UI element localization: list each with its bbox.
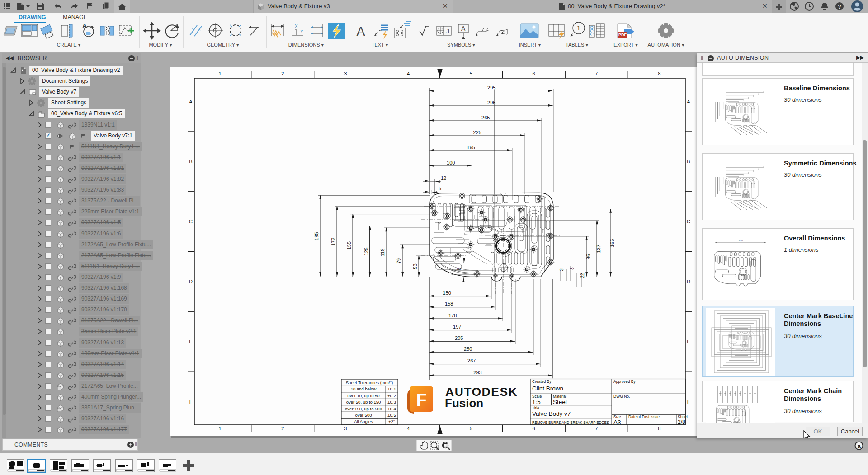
- svg-text:A3: A3: [613, 419, 621, 426]
- svg-text:DWG No.: DWG No.: [613, 394, 630, 399]
- svg-text:B: B: [189, 159, 192, 164]
- svg-text:Y: Y: [300, 29, 303, 34]
- svg-text:5: 5: [470, 71, 472, 76]
- svg-text:A: A: [461, 25, 466, 32]
- svg-text:195: 195: [467, 145, 475, 150]
- svg-text:7: 7: [595, 71, 598, 76]
- svg-text:293: 293: [473, 370, 481, 375]
- svg-text:295: 295: [487, 100, 495, 105]
- svg-text:C: C: [687, 219, 690, 224]
- svg-text:53: 53: [412, 263, 418, 269]
- svg-text:267: 267: [467, 358, 476, 363]
- svg-text:Sheet: Sheet: [678, 414, 688, 419]
- svg-text:172: 172: [330, 238, 336, 246]
- svg-text:265: 265: [481, 115, 490, 120]
- svg-text:155: 155: [346, 241, 352, 249]
- svg-text:22: 22: [580, 273, 585, 278]
- svg-text:295: 295: [487, 85, 495, 90]
- svg-text:Created By: Created By: [532, 379, 552, 384]
- svg-text:10 and below: 10 and below: [351, 386, 377, 391]
- svg-text:over 500: over 500: [355, 413, 372, 418]
- svg-text:150: 150: [443, 290, 451, 296]
- svg-text:±0.2: ±0.2: [387, 393, 396, 398]
- svg-text:5: 5: [439, 186, 441, 191]
- svg-text:1: 1: [577, 24, 580, 32]
- svg-text:12: 12: [441, 175, 446, 181]
- svg-text:±2°: ±2°: [388, 419, 395, 424]
- svg-text:2: 2: [281, 426, 284, 431]
- svg-text:a: a: [857, 442, 861, 449]
- svg-text:C: C: [189, 219, 193, 224]
- svg-text:8: 8: [570, 267, 575, 270]
- svg-text:E: E: [189, 339, 192, 344]
- svg-text:F: F: [189, 399, 193, 404]
- svg-text:7: 7: [595, 426, 598, 431]
- svg-text:8: 8: [658, 426, 660, 431]
- svg-text:All Angles: All Angles: [354, 419, 373, 424]
- svg-text:±0.5: ±0.5: [387, 413, 396, 418]
- svg-text:A: A: [687, 99, 690, 104]
- svg-text:Title: Title: [532, 406, 539, 410]
- svg-text:REMOVE BURRS AND BREAK SHARP E: REMOVE BURRS AND BREAK SHARP EDGES: [532, 420, 609, 425]
- svg-text:137: 137: [596, 245, 601, 253]
- svg-text:197: 197: [453, 324, 461, 329]
- svg-text:Steel: Steel: [553, 399, 567, 405]
- svg-text:2: 2: [281, 71, 284, 76]
- svg-text:F: F: [416, 390, 426, 409]
- svg-text:D: D: [687, 279, 690, 284]
- svg-text:8: 8: [456, 268, 462, 270]
- svg-text:96: 96: [585, 254, 591, 259]
- svg-text:250: 250: [464, 346, 472, 352]
- svg-text:A: A: [189, 99, 193, 104]
- svg-text:119: 119: [380, 249, 385, 257]
- svg-text:.1: .1: [445, 28, 450, 34]
- svg-text:79: 79: [396, 258, 401, 263]
- svg-text:B: B: [687, 159, 690, 164]
- svg-text:E: E: [687, 339, 690, 344]
- svg-text:F: F: [687, 399, 690, 404]
- svg-text:±0.4: ±0.4: [387, 406, 396, 411]
- svg-text:X: X: [295, 24, 298, 29]
- svg-text:4: 4: [407, 426, 410, 431]
- svg-text:6: 6: [533, 426, 535, 431]
- svg-text:Date of First Issue: Date of First Issue: [628, 414, 660, 419]
- svg-text:A: A: [356, 24, 365, 39]
- svg-text:Sheet Tolerances (mm/°): Sheet Tolerances (mm/°): [346, 380, 393, 385]
- svg-text:5: 5: [470, 426, 472, 431]
- svg-text:over 150, up to 500: over 150, up to 500: [345, 406, 382, 411]
- svg-text:195: 195: [314, 232, 319, 240]
- svg-text:?: ?: [838, 3, 841, 10]
- svg-text:6: 6: [533, 71, 535, 76]
- svg-text:Valve Body v7: Valve Body v7: [532, 410, 571, 417]
- svg-text:3: 3: [344, 426, 347, 431]
- svg-text:165: 165: [609, 239, 615, 247]
- svg-text:Scale: Scale: [532, 394, 542, 399]
- svg-text:Material: Material: [553, 394, 566, 399]
- svg-text:1: 1: [219, 71, 222, 76]
- svg-text:178: 178: [448, 313, 457, 318]
- svg-text:2/8: 2/8: [678, 419, 685, 425]
- svg-text:D: D: [189, 279, 193, 284]
- svg-text:225: 225: [473, 130, 481, 135]
- svg-text:1: 1: [219, 426, 222, 431]
- svg-text:PDF: PDF: [618, 33, 627, 37]
- svg-text:Clint Brown: Clint Brown: [532, 385, 563, 392]
- svg-text:Fusion: Fusion: [445, 396, 483, 410]
- svg-text:1:5: 1:5: [532, 399, 541, 405]
- svg-text:±0.1: ±0.1: [387, 386, 396, 391]
- svg-text:158: 158: [445, 301, 453, 306]
- svg-text:3: 3: [559, 268, 564, 271]
- svg-text:Size: Size: [613, 414, 621, 419]
- svg-text:Approved By: Approved By: [613, 379, 636, 384]
- svg-text:3: 3: [344, 71, 347, 76]
- svg-text:125: 125: [363, 247, 369, 255]
- svg-text:±0.3: ±0.3: [387, 400, 396, 404]
- svg-text:4: 4: [407, 71, 410, 76]
- svg-text:over 50, up to 150: over 50, up to 150: [346, 400, 381, 404]
- svg-text:8: 8: [658, 71, 660, 76]
- svg-text:100: 100: [447, 160, 455, 165]
- svg-text:300: 300: [738, 239, 743, 242]
- svg-text:205: 205: [455, 335, 463, 341]
- svg-text:over 10, up to 50: over 10, up to 50: [347, 393, 379, 398]
